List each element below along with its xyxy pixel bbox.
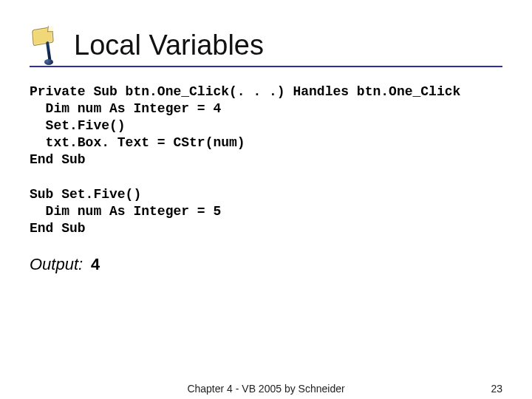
slide-header: Local Variables [30, 30, 502, 61]
page-title: Local Variables [74, 30, 502, 61]
output-line: Output: 4 [30, 255, 502, 275]
code-block-2: Sub Set.Five() Dim num As Integer = 5 En… [30, 186, 502, 237]
paper-fold-icon [47, 26, 54, 32]
footer-caption: Chapter 4 - VB 2005 by Schneider [187, 383, 344, 395]
page-number: 23 [491, 383, 502, 395]
code-block-1: Private Sub btn.One_Click(. . .) Handles… [30, 83, 502, 168]
output-label: Output: [30, 255, 83, 273]
slide: Local Variables Private Sub btn.One_Clic… [0, 0, 532, 399]
title-underline [30, 66, 502, 67]
output-value: 4 [91, 256, 100, 275]
pushpin-note-icon [30, 27, 65, 62]
pin-base-icon [44, 59, 53, 65]
paper-icon [32, 27, 53, 47]
